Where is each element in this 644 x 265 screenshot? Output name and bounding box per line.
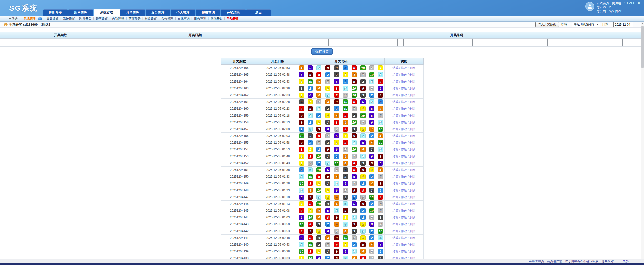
number-input-3[interactable] bbox=[360, 39, 366, 46]
action-link-delete[interactable]: 删除 bbox=[409, 155, 415, 158]
vertical-scrollbar[interactable] bbox=[641, 22, 644, 263]
subnav-item[interactable]: 封盘设置 bbox=[145, 17, 157, 21]
subnav-item[interactable]: 两面降赔 bbox=[129, 17, 141, 21]
action-link-modify[interactable]: 修改 bbox=[401, 66, 407, 70]
number-input-2[interactable] bbox=[323, 39, 329, 46]
action-link-delete[interactable]: 删除 bbox=[409, 202, 415, 206]
action-link-modify[interactable]: 修改 bbox=[401, 134, 407, 138]
action-link-delete[interactable]: 删除 bbox=[409, 127, 415, 131]
action-link-delete[interactable]: 删除 bbox=[409, 229, 415, 233]
action-link-settle[interactable]: 结算 bbox=[392, 121, 398, 124]
nav-tab[interactable]: 个人管理 bbox=[171, 9, 195, 16]
nav-tab[interactable]: 报表查询 bbox=[196, 9, 220, 16]
action-link-modify[interactable]: 修改 bbox=[401, 202, 407, 206]
subnav-item[interactable]: 手动开奖 bbox=[227, 17, 239, 21]
action-link-modify[interactable]: 修改 bbox=[401, 188, 407, 192]
number-input-7[interactable] bbox=[510, 39, 516, 46]
action-link-settle[interactable]: 结算 bbox=[392, 250, 398, 253]
action-link-settle[interactable]: 结算 bbox=[392, 93, 398, 97]
action-link-modify[interactable]: 修改 bbox=[401, 127, 407, 131]
action-link-settle[interactable]: 结算 bbox=[392, 209, 398, 212]
scrollbar-thumb[interactable] bbox=[641, 26, 644, 68]
action-link-modify[interactable]: 修改 bbox=[401, 209, 407, 212]
action-link-delete[interactable]: 删除 bbox=[409, 168, 415, 172]
action-link-modify[interactable]: 修改 bbox=[401, 168, 407, 172]
action-link-settle[interactable]: 结算 bbox=[392, 66, 398, 70]
nav-tab[interactable]: 系统管理 bbox=[94, 9, 120, 16]
number-input-10[interactable] bbox=[622, 39, 628, 46]
action-link-delete[interactable]: 删除 bbox=[409, 175, 415, 178]
action-link-modify[interactable]: 修改 bbox=[401, 73, 407, 77]
action-link-delete[interactable]: 删除 bbox=[409, 134, 415, 138]
number-input-8[interactable] bbox=[547, 39, 553, 46]
action-link-delete[interactable]: 删除 bbox=[409, 121, 415, 124]
action-link-modify[interactable]: 修改 bbox=[401, 114, 407, 117]
action-link-settle[interactable]: 结算 bbox=[392, 222, 398, 226]
action-link-modify[interactable]: 修改 bbox=[401, 148, 407, 151]
save-settings-button[interactable]: 保存设置 bbox=[311, 48, 333, 55]
draw-date-input[interactable] bbox=[174, 40, 217, 45]
action-link-settle[interactable]: 结算 bbox=[392, 87, 398, 90]
subnav-item[interactable]: 赔率设置 bbox=[96, 17, 108, 21]
action-link-modify[interactable]: 修改 bbox=[401, 161, 407, 165]
subnav-item[interactable]: 自动降赔 bbox=[112, 17, 124, 21]
action-link-modify[interactable]: 修改 bbox=[401, 216, 407, 219]
action-link-delete[interactable]: 删除 bbox=[409, 216, 415, 219]
subnav-item[interactable]: 在线查询 bbox=[178, 17, 190, 21]
action-link-delete[interactable]: 删除 bbox=[409, 250, 415, 253]
action-link-modify[interactable]: 修改 bbox=[401, 100, 407, 104]
action-link-delete[interactable]: 删除 bbox=[409, 80, 415, 83]
action-link-delete[interactable]: 删除 bbox=[409, 93, 415, 97]
date-filter-input[interactable] bbox=[613, 22, 633, 27]
nav-tab[interactable]: 用户管理 bbox=[68, 9, 93, 16]
number-input-5[interactable] bbox=[435, 39, 441, 46]
action-link-delete[interactable]: 删除 bbox=[409, 87, 415, 90]
subnav-item[interactable]: 智能开奖 bbox=[210, 17, 222, 21]
subnav-item[interactable]: 公告管理 bbox=[161, 17, 173, 21]
subnav-item[interactable]: 系统设置 bbox=[63, 17, 75, 21]
lottery-type-select[interactable]: 幸运飞艇(番摊) bbox=[572, 22, 600, 27]
action-link-settle[interactable]: 结算 bbox=[392, 202, 398, 206]
number-input-1[interactable] bbox=[285, 39, 291, 46]
action-link-settle[interactable]: 结算 bbox=[392, 100, 398, 104]
nav-tab[interactable]: 即时注单 bbox=[43, 9, 68, 16]
action-link-settle[interactable]: 结算 bbox=[392, 161, 398, 165]
action-link-delete[interactable]: 删除 bbox=[409, 209, 415, 212]
action-link-delete[interactable]: 删除 bbox=[409, 188, 415, 192]
action-link-settle[interactable]: 结算 bbox=[392, 188, 398, 192]
action-link-modify[interactable]: 修改 bbox=[401, 175, 407, 178]
action-link-settle[interactable]: 结算 bbox=[392, 141, 398, 144]
action-link-settle[interactable]: 结算 bbox=[392, 182, 398, 185]
subnav-item[interactable]: 参数设置 bbox=[47, 17, 59, 21]
action-link-settle[interactable]: 结算 bbox=[392, 80, 398, 83]
action-link-modify[interactable]: 修改 bbox=[401, 182, 407, 185]
action-link-settle[interactable]: 结算 bbox=[392, 107, 398, 110]
number-input-9[interactable] bbox=[585, 39, 591, 46]
action-link-settle[interactable]: 结算 bbox=[392, 134, 398, 138]
action-link-settle[interactable]: 结算 bbox=[392, 216, 398, 219]
action-link-modify[interactable]: 修改 bbox=[401, 93, 407, 97]
action-link-delete[interactable]: 删除 bbox=[409, 100, 415, 104]
nav-tab[interactable]: 开奖结果 bbox=[221, 9, 246, 16]
action-link-delete[interactable]: 删除 bbox=[409, 114, 415, 117]
action-link-modify[interactable]: 修改 bbox=[401, 243, 407, 246]
action-link-settle[interactable]: 结算 bbox=[392, 175, 398, 178]
action-link-settle[interactable]: 结算 bbox=[392, 236, 398, 240]
subnav-item[interactable]: 日志查询 bbox=[194, 17, 206, 21]
number-input-4[interactable] bbox=[397, 39, 404, 46]
action-link-modify[interactable]: 修改 bbox=[401, 236, 407, 240]
nav-tab[interactable]: 注单管理 bbox=[120, 9, 145, 16]
action-link-modify[interactable]: 修改 bbox=[401, 87, 407, 90]
action-link-settle[interactable]: 结算 bbox=[392, 243, 398, 246]
action-link-delete[interactable]: 删除 bbox=[409, 66, 415, 70]
period-input[interactable] bbox=[43, 40, 78, 45]
action-link-modify[interactable]: 修改 bbox=[401, 141, 407, 144]
scroll-up-arrow-icon[interactable] bbox=[641, 23, 643, 24]
action-link-settle[interactable]: 结算 bbox=[392, 114, 398, 117]
nav-tab[interactable]: 退出 bbox=[246, 9, 271, 16]
import-draw-data-button[interactable]: 导入开奖数据 bbox=[535, 22, 559, 27]
action-link-settle[interactable]: 结算 bbox=[392, 148, 398, 151]
action-link-delete[interactable]: 删除 bbox=[409, 243, 415, 246]
action-link-settle[interactable]: 结算 bbox=[392, 73, 398, 77]
subnav-item[interactable]: 彩种开关 bbox=[79, 17, 91, 21]
